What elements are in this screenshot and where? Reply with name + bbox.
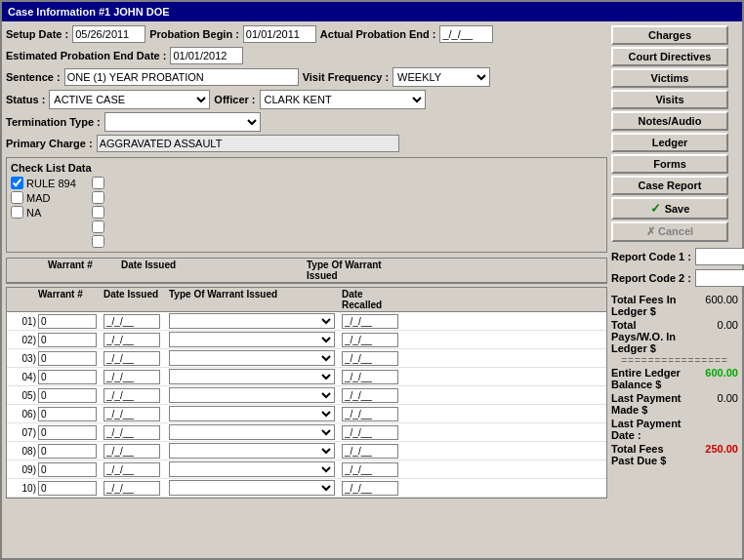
warrant-num-input-7[interactable] [38, 425, 97, 440]
warrant-date-issued-5[interactable] [103, 388, 160, 403]
window-title: Case Information #1 JOHN DOE [8, 6, 170, 18]
report-code2-row: Report Code 2 : [611, 269, 738, 287]
actual-end-input[interactable] [439, 25, 493, 43]
check-rule894-label: RULE 894 [26, 178, 76, 189]
check-extra4-input[interactable] [92, 220, 104, 233]
check-mad-input[interactable] [11, 191, 23, 204]
check-extra2-input[interactable] [92, 191, 104, 204]
primary-charge-input[interactable] [97, 135, 399, 152]
warrant-row-4: 04) [7, 368, 606, 386]
warrant-date-recalled-4[interactable] [342, 370, 398, 384]
cancel-button[interactable]: ✗ Cancel [611, 221, 728, 242]
warrant-row-num-7: 07) [9, 427, 36, 438]
check-extra3-input[interactable] [92, 206, 104, 219]
warrant-num-input-1[interactable] [38, 314, 97, 329]
warrant-row-1: 01) [7, 312, 606, 331]
warrant-num-input-9[interactable] [38, 462, 97, 477]
check-na-label: NA [26, 207, 41, 219]
warrant-type-select-10[interactable] [169, 480, 335, 496]
warrant-row-10: 10) [7, 479, 606, 498]
warrant-num-input-8[interactable] [38, 444, 97, 459]
warrant-type-select-7[interactable] [169, 424, 335, 440]
warrant-row-7: 07) [7, 423, 606, 442]
title-bar: Case Information #1 JOHN DOE [2, 2, 742, 21]
report-code1-input[interactable] [695, 248, 744, 265]
wh-date-issued: Date Issued [103, 289, 167, 310]
setup-date-input[interactable] [72, 25, 145, 43]
total-pays-value: 0.00 [684, 319, 738, 354]
charges-button[interactable]: Charges [611, 25, 728, 45]
warrant-rows-container: Warrant # Date Issued Type Of Warrant Is… [6, 287, 607, 499]
check-rule894-input[interactable] [11, 177, 23, 189]
estimated-end-input[interactable] [170, 47, 243, 64]
forms-button[interactable]: Forms [611, 154, 728, 174]
termination-select[interactable] [104, 112, 261, 132]
wh-warrant: Warrant # [38, 289, 102, 310]
probation-begin-input[interactable] [243, 25, 316, 43]
check-extra1-input[interactable] [92, 177, 104, 189]
report-code1-label: Report Code 1 : [611, 251, 691, 262]
warrant-date-issued-10[interactable] [103, 481, 160, 496]
warrant-type-select-1[interactable] [169, 313, 335, 329]
total-pays-row: Total Pays/W.O. In Ledger $ 0.00 [611, 318, 738, 355]
warrant-date-recalled-10[interactable] [342, 481, 398, 496]
warrant-num-input-3[interactable] [38, 351, 97, 366]
sentence-input[interactable] [64, 68, 299, 86]
warrant-date-recalled-5[interactable] [342, 388, 398, 403]
report-section: Report Code 1 : Report Code 2 : [611, 248, 738, 287]
visit-freq-select[interactable]: WEEKLY MONTHLY BIWEEKLY [393, 67, 490, 87]
sentence-row: Sentence : Visit Frequency : WEEKLY MONT… [6, 67, 607, 87]
report-code2-input[interactable] [695, 269, 744, 287]
warrant-row-num-6: 06) [9, 409, 36, 420]
warrant-date-issued-1[interactable] [103, 314, 160, 329]
total-past-due-label: Total Fees Past Due $ [611, 443, 684, 466]
warrant-date-issued-2[interactable] [103, 333, 160, 347]
warrant-date-issued-3[interactable] [103, 351, 160, 366]
warrant-date-recalled-9[interactable] [342, 462, 398, 477]
warrant-table: Warrant # Date Issued Type Of Warrant Is… [6, 258, 607, 284]
save-button[interactable]: ✓ Save [611, 197, 728, 220]
warrant-num-input-5[interactable] [38, 388, 97, 403]
warrant-num-input-6[interactable] [38, 407, 97, 421]
court-directives-button[interactable]: Court Directives [611, 47, 728, 66]
officer-select[interactable]: CLARK KENT [260, 90, 426, 109]
warrant-date-recalled-2[interactable] [342, 333, 398, 347]
warrant-date-issued-8[interactable] [103, 444, 160, 459]
warrant-date-issued-7[interactable] [103, 425, 160, 440]
warrant-date-issued-6[interactable] [103, 407, 160, 421]
warrant-type-select-8[interactable] [169, 443, 335, 459]
main-window: Case Information #1 JOHN DOE Setup Date … [0, 0, 744, 560]
warrant-num-input-2[interactable] [38, 333, 97, 347]
last-payment-date-label: Last Payment Date : [611, 418, 684, 441]
warrant-type-select-6[interactable] [169, 406, 335, 421]
warrant-date-issued-4[interactable] [103, 370, 160, 384]
warrant-num-input-10[interactable] [38, 481, 97, 496]
warrant-num-input-4[interactable] [38, 370, 97, 384]
setup-date-label: Setup Date : [6, 28, 68, 40]
warrant-date-recalled-8[interactable] [342, 444, 398, 459]
warrant-date-recalled-3[interactable] [342, 351, 398, 366]
warrant-date-recalled-1[interactable] [342, 314, 398, 329]
warrant-type-select-4[interactable] [169, 369, 335, 384]
notes-audio-button[interactable]: Notes/Audio [611, 111, 728, 131]
ledger-section: Total Fees In Ledger $ 600.00 Total Pays… [611, 293, 738, 467]
ledger-button[interactable]: Ledger [611, 133, 728, 152]
visits-button[interactable]: Visits [611, 90, 728, 109]
status-select[interactable]: ACTIVE CASE CLOSED INACTIVE [49, 90, 210, 109]
check-na-input[interactable] [11, 206, 23, 219]
case-report-button[interactable]: Case Report [611, 176, 728, 195]
primary-charge-row: Primary Charge : [6, 135, 607, 152]
warrant-type-select-5[interactable] [169, 387, 335, 403]
entire-balance-value: 600.00 [684, 367, 738, 390]
warrant-row-num-9: 09) [9, 464, 36, 475]
warrant-date-recalled-6[interactable] [342, 407, 398, 421]
check-extra5-input[interactable] [92, 235, 104, 248]
victims-button[interactable]: Victims [611, 68, 728, 88]
warrant-date-recalled-7[interactable] [342, 425, 398, 440]
entire-balance-row: Entire Ledger Balance $ 600.00 [611, 366, 738, 391]
warrant-type-select-9[interactable] [169, 461, 335, 477]
warrant-type-select-3[interactable] [169, 350, 335, 366]
warrant-date-issued-9[interactable] [103, 462, 160, 477]
status-label: Status : [6, 94, 45, 105]
warrant-type-select-2[interactable] [169, 332, 335, 347]
